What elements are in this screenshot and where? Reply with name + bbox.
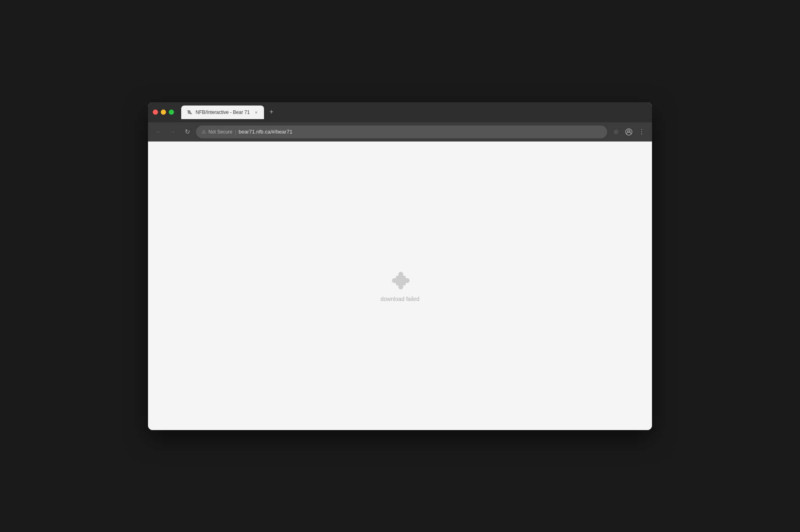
profile-button[interactable] [623,126,634,137]
url-separator: | [235,129,236,135]
address-bar-actions: ☆ ⋮ [610,126,647,137]
tab-close-button[interactable]: × [253,109,259,116]
maximize-button[interactable] [169,110,174,115]
browser-window: NFB/Interactive - Bear 71 × + ← → ↻ ⚠ No… [148,102,652,430]
back-button[interactable]: ← [153,126,164,137]
address-bar: ← → ↻ ⚠ Not Secure | bear71.nfb.ca/#/bea… [148,122,652,141]
bookmark-button[interactable]: ☆ [610,126,622,137]
traffic-lights [153,110,174,115]
tab-bar: NFB/Interactive - Bear 71 × + [181,106,647,119]
forward-button[interactable]: → [167,126,178,137]
not-secure-icon: ⚠ [202,129,206,135]
url-text: bear71.nfb.ca/#/bear71 [238,129,292,135]
tab-favicon-icon [186,109,192,116]
download-failed-message: download failed [380,296,419,302]
plugin-missing-icon [390,269,410,290]
browser-tab[interactable]: NFB/Interactive - Bear 71 × [181,106,264,119]
new-tab-button[interactable]: + [266,107,277,118]
reload-button[interactable]: ↻ [182,126,193,137]
menu-button[interactable]: ⋮ [636,126,647,137]
close-button[interactable] [153,110,158,115]
not-secure-label: Not Secure [208,129,232,135]
minimize-button[interactable] [161,110,166,115]
title-bar: NFB/Interactive - Bear 71 × + [148,102,652,122]
page-content: download failed [148,141,652,430]
tab-title: NFB/Interactive - Bear 71 [196,110,250,115]
url-bar[interactable]: ⚠ Not Secure | bear71.nfb.ca/#/bear71 [196,126,607,138]
